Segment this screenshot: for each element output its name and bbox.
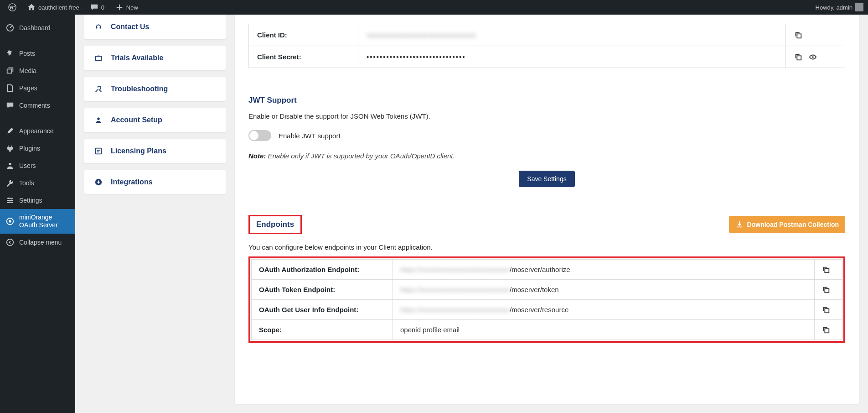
settings-icon (5, 196, 15, 204)
jwt-desc: Enable or Disable the support for JSON W… (248, 112, 845, 120)
comment-icon (5, 101, 15, 110)
jwt-title: JWT Support (248, 96, 845, 105)
menu-tools[interactable]: Tools (0, 174, 75, 192)
comments-link[interactable]: 0 (87, 0, 108, 15)
user-icon (5, 162, 15, 170)
site-link[interactable]: oauthclient-free (24, 0, 83, 15)
endpoint-row: OAuth Get User Info Endpoint: https://xx… (252, 300, 842, 320)
client-secret-value: •••••••••••••••••••••••••••••• (358, 46, 786, 68)
inner-nav: Contact Us Trials Available Troubleshoot… (75, 15, 235, 404)
nav-trials[interactable]: Trials Available (84, 46, 226, 70)
plus-icon (115, 3, 124, 11)
reveal-client-secret[interactable] (809, 52, 817, 60)
headset-icon (93, 23, 103, 31)
menu-collapse[interactable]: Collapse menu (0, 234, 75, 251)
account-icon (93, 116, 103, 124)
copy-endpoint[interactable] (822, 265, 830, 273)
jwt-note: Note: Enable only if JWT is supported by… (248, 152, 845, 160)
nav-integrations[interactable]: Integrations (84, 170, 226, 194)
site-name: oauthclient-free (38, 4, 79, 11)
copy-endpoint[interactable] (822, 325, 830, 333)
howdy-text: Howdy, admin (816, 4, 852, 11)
admin-bar: oauthclient-free 0 New Howdy, admin (0, 0, 868, 15)
jwt-toggle-label: Enable JWT support (279, 132, 341, 140)
comment-icon (90, 3, 98, 11)
endpoint-row: OAuth Token Endpoint: https://xxxxxxxxxx… (252, 280, 842, 300)
page-icon (5, 84, 15, 92)
nav-troubleshooting[interactable]: Troubleshooting (84, 77, 226, 101)
endpoints-desc: You can configure below endpoints in you… (248, 243, 845, 251)
divider (248, 201, 845, 201)
menu-settings[interactable]: Settings (0, 192, 75, 209)
home-icon (27, 3, 36, 11)
menu-users[interactable]: Users (0, 157, 75, 174)
client-secret-label: Client Secret: (249, 46, 358, 68)
nav-account-setup[interactable]: Account Setup (84, 108, 226, 132)
endpoints-title: Endpoints (256, 220, 294, 229)
admin-sidebar: Dashboard Posts Media Pages Comments App… (0, 15, 75, 413)
copy-client-id[interactable] (794, 31, 802, 38)
wrench-icon (5, 179, 15, 187)
copy-endpoint[interactable] (822, 305, 830, 313)
copy-client-secret[interactable] (794, 52, 802, 60)
plugin-icon (5, 144, 15, 152)
menu-plugins[interactable]: Plugins (0, 140, 75, 157)
endpoint-row: OAuth Authorization Endpoint: https://xx… (252, 260, 842, 280)
menu-comments[interactable]: Comments (0, 97, 75, 114)
save-settings-button[interactable]: Save Settings (519, 171, 574, 187)
collapse-icon (5, 238, 15, 246)
jwt-toggle[interactable] (248, 130, 271, 141)
avatar (855, 3, 863, 11)
comments-count: 0 (101, 4, 104, 11)
license-icon (93, 147, 103, 155)
copy-endpoint[interactable] (822, 285, 830, 293)
dashboard-icon (5, 24, 15, 32)
menu-posts[interactable]: Posts (0, 45, 75, 62)
trials-icon (93, 54, 103, 62)
download-postman-button[interactable]: Download Postman Collection (729, 216, 845, 233)
pin-icon (5, 49, 15, 58)
endpoints-title-box: Endpoints (248, 215, 302, 234)
wp-logo[interactable] (5, 0, 20, 15)
nav-licensing[interactable]: Licensing Plans (84, 139, 226, 163)
content-panel: Client ID: xxxxxxxxxxxxxxxxxxxxxxxxxxxxx… (235, 15, 859, 404)
divider (248, 82, 845, 82)
credentials-table: Client ID: xxxxxxxxxxxxxxxxxxxxxxxxxxxxx… (248, 24, 845, 68)
endpoint-row: Scope: openid profile email (252, 320, 842, 340)
client-id-label: Client ID: (249, 24, 358, 46)
pluscircle-icon (93, 178, 103, 186)
media-icon (5, 67, 15, 75)
menu-miniorange[interactable]: miniOrange OAuth Server (0, 209, 75, 234)
brush-icon (5, 127, 15, 135)
endpoints-table: OAuth Authorization Endpoint: https://xx… (251, 259, 842, 340)
new-link[interactable]: New (112, 0, 142, 15)
download-icon (735, 220, 744, 229)
menu-media[interactable]: Media (0, 62, 75, 79)
account-menu[interactable]: Howdy, admin (816, 3, 863, 11)
menu-appearance[interactable]: Appearance (0, 122, 75, 140)
tools-icon (93, 85, 103, 93)
new-label: New (126, 4, 138, 11)
endpoints-table-wrap: OAuth Authorization Endpoint: https://xx… (248, 256, 845, 343)
menu-pages[interactable]: Pages (0, 79, 75, 97)
nav-contact-us[interactable]: Contact Us (84, 15, 226, 39)
target-icon (5, 217, 15, 225)
menu-dashboard[interactable]: Dashboard (0, 19, 75, 37)
client-id-value: xxxxxxxxxxxxxxxxxxxxxxxxxxxxxxxx (358, 24, 786, 46)
